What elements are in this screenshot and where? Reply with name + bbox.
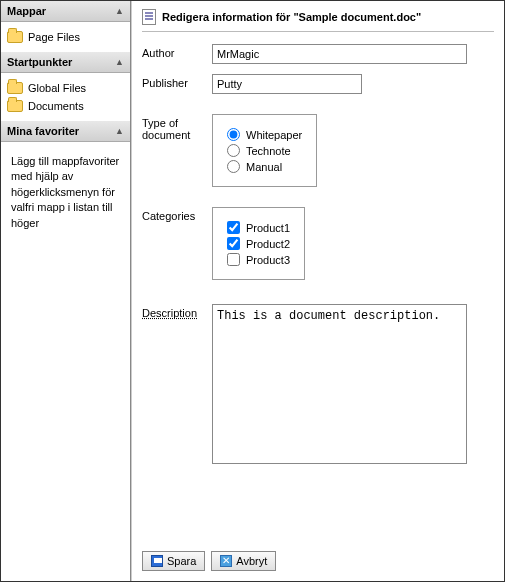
checkbox-input-product3[interactable] bbox=[227, 253, 240, 266]
radio-whitepaper[interactable]: Whitepaper bbox=[227, 128, 302, 141]
author-input[interactable] bbox=[212, 44, 467, 64]
radio-technote[interactable]: Technote bbox=[227, 144, 302, 157]
cancel-button-label: Avbryt bbox=[236, 555, 267, 567]
type-group: Whitepaper Technote Manual bbox=[212, 114, 317, 187]
description-label: Description bbox=[142, 304, 212, 319]
document-icon bbox=[142, 9, 156, 25]
sidebar-item-label: Page Files bbox=[28, 31, 80, 43]
panel-body-startpunkter: Global Files Documents bbox=[1, 73, 130, 121]
checkbox-product3[interactable]: Product3 bbox=[227, 253, 290, 266]
checkbox-input-product2[interactable] bbox=[227, 237, 240, 250]
chevron-up-icon: ▲ bbox=[115, 57, 124, 67]
chevron-up-icon: ▲ bbox=[115, 126, 124, 136]
checkbox-label: Product3 bbox=[246, 254, 290, 266]
chevron-up-icon: ▲ bbox=[115, 6, 124, 16]
radio-label: Technote bbox=[246, 145, 291, 157]
save-button[interactable]: Spara bbox=[142, 551, 205, 571]
radio-label: Whitepaper bbox=[246, 129, 302, 141]
author-label: Author bbox=[142, 44, 212, 59]
radio-input-manual[interactable] bbox=[227, 160, 240, 173]
panel-title: Mappar bbox=[7, 5, 46, 17]
panel-header-mappar[interactable]: Mappar ▲ bbox=[1, 1, 130, 22]
favorites-help-text: Lägg till mappfavoriter med hjälp av hög… bbox=[5, 148, 126, 237]
categories-group: Product1 Product2 Product3 bbox=[212, 207, 305, 280]
publisher-label: Publisher bbox=[142, 74, 212, 89]
sidebar: Mappar ▲ Page Files Startpunkter ▲ Globa… bbox=[1, 1, 131, 581]
sidebar-item-label: Global Files bbox=[28, 82, 86, 94]
checkbox-product1[interactable]: Product1 bbox=[227, 221, 290, 234]
radio-input-technote[interactable] bbox=[227, 144, 240, 157]
page-title: Redigera information för "Sample documen… bbox=[162, 11, 421, 23]
categories-label: Categories bbox=[142, 207, 212, 222]
folder-icon bbox=[7, 82, 23, 94]
radio-manual[interactable]: Manual bbox=[227, 160, 302, 173]
checkbox-label: Product1 bbox=[246, 222, 290, 234]
sidebar-item-label: Documents bbox=[28, 100, 84, 112]
save-icon bbox=[151, 555, 163, 567]
title-bar: Redigera information för "Sample documen… bbox=[142, 5, 494, 32]
button-bar: Spara ✕ Avbryt bbox=[142, 537, 494, 571]
cancel-icon: ✕ bbox=[220, 555, 232, 567]
radio-input-whitepaper[interactable] bbox=[227, 128, 240, 141]
panel-header-favoriter[interactable]: Mina favoriter ▲ bbox=[1, 121, 130, 142]
app-window: Mappar ▲ Page Files Startpunkter ▲ Globa… bbox=[0, 0, 505, 582]
panel-body-favoriter: Lägg till mappfavoriter med hjälp av hög… bbox=[1, 142, 130, 243]
panel-body-mappar: Page Files bbox=[1, 22, 130, 52]
description-textarea[interactable] bbox=[212, 304, 467, 464]
sidebar-item-documents[interactable]: Documents bbox=[5, 97, 126, 115]
save-button-label: Spara bbox=[167, 555, 196, 567]
checkbox-product2[interactable]: Product2 bbox=[227, 237, 290, 250]
panel-title: Mina favoriter bbox=[7, 125, 79, 137]
panel-title: Startpunkter bbox=[7, 56, 72, 68]
panel-header-startpunkter[interactable]: Startpunkter ▲ bbox=[1, 52, 130, 73]
publisher-input[interactable] bbox=[212, 74, 362, 94]
type-label: Type of document bbox=[142, 114, 212, 141]
checkbox-input-product1[interactable] bbox=[227, 221, 240, 234]
folder-icon bbox=[7, 100, 23, 112]
main-panel: Redigera information för "Sample documen… bbox=[131, 1, 504, 581]
sidebar-item-page-files[interactable]: Page Files bbox=[5, 28, 126, 46]
radio-label: Manual bbox=[246, 161, 282, 173]
checkbox-label: Product2 bbox=[246, 238, 290, 250]
folder-icon bbox=[7, 31, 23, 43]
cancel-button[interactable]: ✕ Avbryt bbox=[211, 551, 276, 571]
sidebar-item-global-files[interactable]: Global Files bbox=[5, 79, 126, 97]
